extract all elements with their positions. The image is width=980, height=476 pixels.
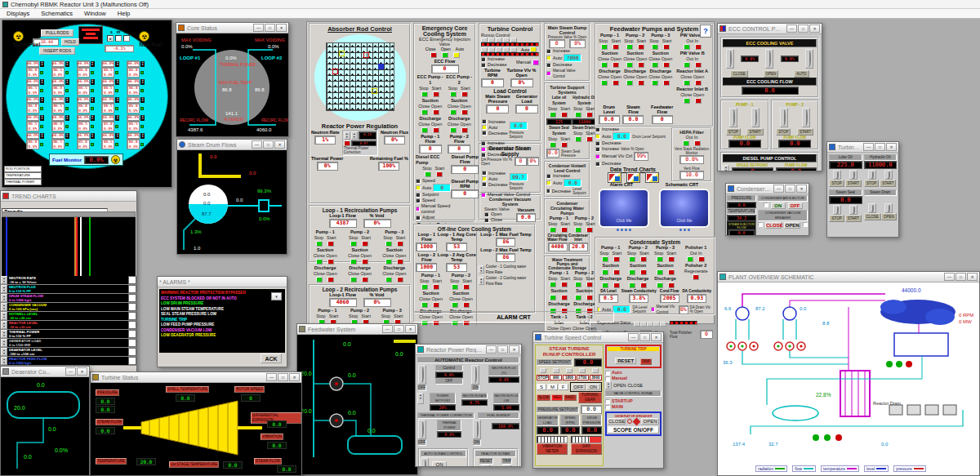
increase-checkbox[interactable] xyxy=(482,171,487,176)
hotwell-setpoint-input[interactable]: 0.0 xyxy=(564,179,581,187)
stop-button[interactable] xyxy=(629,256,635,262)
valve-out-button[interactable] xyxy=(684,98,690,104)
hyd-start[interactable] xyxy=(586,112,593,118)
start-button[interactable] xyxy=(663,44,670,50)
close-button[interactable] xyxy=(450,127,457,133)
spent-fuel-icon[interactable] xyxy=(13,31,24,42)
open-button[interactable] xyxy=(561,295,568,300)
insert-rods-button[interactable]: INSERT RODS xyxy=(39,47,75,55)
drain-open-button[interactable] xyxy=(884,203,893,213)
cooler2-spinner[interactable] xyxy=(479,277,484,285)
rod-spinner[interactable] xyxy=(115,97,119,103)
fuel-monitor-icon[interactable] xyxy=(111,155,120,164)
ecc-valve-auto-button[interactable] xyxy=(805,49,813,69)
manual-valve-checkbox[interactable] xyxy=(546,71,551,76)
breaker-close-button[interactable]: CLOSE xyxy=(608,418,626,425)
start-button[interactable] xyxy=(561,282,568,287)
regen-button[interactable] xyxy=(653,322,660,327)
runup-auto-led[interactable] xyxy=(530,47,537,52)
menu-item[interactable]: Window xyxy=(84,10,106,17)
open-button[interactable] xyxy=(663,62,670,68)
control-off-button[interactable] xyxy=(418,365,426,385)
maximize-button[interactable] xyxy=(956,273,966,281)
diesel-start[interactable] xyxy=(436,171,443,177)
stop-button[interactable] xyxy=(575,227,581,233)
close-button[interactable] xyxy=(385,277,392,282)
close-button[interactable] xyxy=(652,80,658,86)
rod-spinner[interactable] xyxy=(140,79,145,85)
pull-rods-button[interactable]: PULL RODS xyxy=(41,29,74,37)
valve-in-button[interactable] xyxy=(695,44,702,50)
rpm-increase[interactable] xyxy=(481,57,486,62)
increase-checkbox[interactable] xyxy=(546,174,551,179)
open-button[interactable] xyxy=(463,302,470,308)
runup-manual-led[interactable] xyxy=(532,60,539,65)
maximize-button[interactable] xyxy=(394,325,404,333)
maximize-button[interactable] xyxy=(798,24,808,33)
trend-spinner[interactable] xyxy=(1,357,7,365)
drum-level-setpoint-input[interactable]: 0.0 xyxy=(612,132,630,140)
close-button[interactable] xyxy=(575,295,581,300)
trend-spinner[interactable] xyxy=(1,276,7,284)
trend-spinner[interactable] xyxy=(1,312,7,320)
maximize-button[interactable] xyxy=(785,185,795,193)
close-button[interactable] xyxy=(452,302,458,308)
rod-spinner[interactable] xyxy=(40,133,44,139)
stop-button[interactable] xyxy=(657,256,663,262)
close-button[interactable] xyxy=(602,282,608,288)
seal-stop[interactable] xyxy=(550,142,556,148)
speed-button[interactable]: 2700 xyxy=(577,375,589,380)
minimize-button[interactable] xyxy=(628,333,639,341)
tg-off-button[interactable]: OFF xyxy=(572,384,586,390)
open-button[interactable] xyxy=(613,269,620,275)
hepa-out[interactable] xyxy=(683,140,689,146)
ecc-valve-open[interactable] xyxy=(442,52,448,58)
trend-spinner[interactable] xyxy=(1,285,7,293)
speed-checkbox[interactable] xyxy=(416,179,421,184)
pump2-start-button[interactable] xyxy=(802,108,810,127)
runup-button[interactable] xyxy=(488,47,495,52)
minimize-button[interactable] xyxy=(773,185,784,193)
cooler1-spinner[interactable] xyxy=(479,265,484,274)
menu-item[interactable]: Displays xyxy=(7,10,29,17)
trend-legend-item[interactable]: GENERATOR LOAD0 to 1100 MW xyxy=(1,339,136,348)
open-button[interactable] xyxy=(613,282,620,288)
open-button[interactable] xyxy=(663,80,670,86)
start-button[interactable] xyxy=(397,241,403,247)
breaker-open-button[interactable]: OPEN xyxy=(784,222,800,229)
start-button[interactable] xyxy=(561,227,568,233)
start-button[interactable] xyxy=(586,227,593,233)
stop-button[interactable] xyxy=(652,44,658,50)
regen-button[interactable] xyxy=(640,322,647,327)
auto-checkbox[interactable] xyxy=(416,185,421,190)
stop-button[interactable] xyxy=(450,91,457,97)
titlebar[interactable]: Turbine Speed Control xyxy=(533,332,663,343)
breaker-close-button[interactable]: CLOSE xyxy=(765,222,782,229)
manual-valve-checkbox[interactable] xyxy=(481,193,486,198)
alarm-dropdown[interactable]: ▾ xyxy=(271,292,282,300)
pump2-stop-button[interactable] xyxy=(780,108,788,127)
open-button[interactable] xyxy=(397,259,403,265)
valve-in-button[interactable] xyxy=(695,98,702,104)
start-button[interactable] xyxy=(433,91,439,97)
ecc-valve-close-button[interactable] xyxy=(726,49,734,69)
stop-button[interactable] xyxy=(550,282,556,287)
da-level-setpoint-input[interactable]: 0.0 xyxy=(612,305,630,314)
ack-button[interactable]: ACK xyxy=(261,354,282,363)
runup-button[interactable] xyxy=(510,38,517,42)
smf-button[interactable]: S xyxy=(537,384,546,390)
trend-legend-item[interactable]: REACTOR LEVEL-10 to +10 cm xyxy=(1,321,136,330)
stop-button[interactable] xyxy=(350,241,357,247)
polisher1-in[interactable] xyxy=(698,256,705,262)
stop-button[interactable] xyxy=(626,44,633,50)
speed-button[interactable]: 1800 xyxy=(563,375,575,380)
smf-button[interactable]: F xyxy=(559,384,568,390)
rod-spinner[interactable] xyxy=(140,61,145,67)
auto-checkbox[interactable] xyxy=(482,125,487,130)
auto-checkbox[interactable] xyxy=(546,180,551,185)
increase-checkbox[interactable] xyxy=(595,147,600,152)
smf-button[interactable]: M xyxy=(547,384,557,390)
rod-spinner[interactable] xyxy=(115,115,119,121)
help-icon[interactable] xyxy=(700,24,711,38)
ecc-valve-auto[interactable] xyxy=(453,52,460,58)
